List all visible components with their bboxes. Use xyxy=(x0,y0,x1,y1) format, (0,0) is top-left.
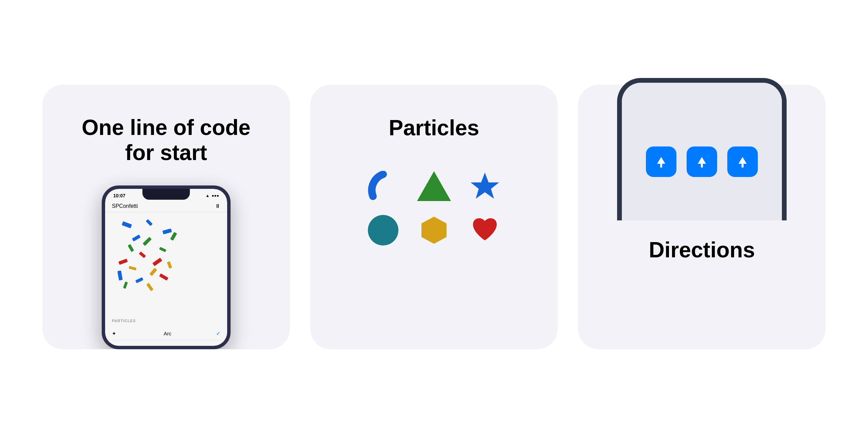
card-3-title: Directions xyxy=(649,237,755,262)
phone-top-inner xyxy=(622,83,782,220)
cards-container: One line of code for start 10:07 ▲ ●●● S… xyxy=(42,85,826,349)
svg-rect-2 xyxy=(660,163,662,167)
card-one-line-of-code: One line of code for start 10:07 ▲ ●●● S… xyxy=(42,85,290,349)
svg-marker-0 xyxy=(471,173,499,199)
particle-heart-item xyxy=(468,215,502,245)
particle-hexagon-item xyxy=(417,215,451,245)
particles-grid xyxy=(359,164,509,252)
direction-button-3[interactable] xyxy=(727,146,758,177)
phone-top-mockup xyxy=(617,78,787,220)
phone-nav-bar: SPConfetti ⏸ xyxy=(105,200,227,212)
phone-mockup: 10:07 ▲ ●●● SPConfetti ⏸ xyxy=(102,185,231,349)
up-arrow-icon-2 xyxy=(694,154,709,169)
phone-list-area: PARTICLES ✦ Arc ✓ xyxy=(105,313,227,346)
hexagon-shape xyxy=(419,215,449,245)
particle-triangle-item xyxy=(417,171,451,201)
heart-shape xyxy=(470,215,500,245)
card-2-title: Particles xyxy=(389,115,479,140)
circle-shape xyxy=(368,215,398,245)
particle-circle-item xyxy=(366,215,400,245)
triangle-shape xyxy=(417,171,451,201)
card-1-title: One line of code for start xyxy=(82,115,251,165)
star-shape xyxy=(470,171,500,201)
wifi-icon: ▲ xyxy=(205,193,210,198)
phone-screen: 10:07 ▲ ●●● SPConfetti ⏸ xyxy=(105,189,227,346)
phone-time: 10:07 xyxy=(113,193,125,198)
arc-checkmark: ✓ xyxy=(216,330,220,337)
arc-shape xyxy=(368,171,398,201)
phone-app-title: SPConfetti xyxy=(112,203,138,209)
card-directions: Directions xyxy=(578,85,826,349)
card-particles: Particles xyxy=(310,85,558,349)
svg-rect-3 xyxy=(701,163,703,167)
particle-star-item xyxy=(468,171,502,201)
svg-rect-4 xyxy=(742,163,744,167)
up-arrow-icon-3 xyxy=(735,154,750,169)
phone-pause-icon: ⏸ xyxy=(215,203,220,209)
phone-status-icons: ▲ ●●● xyxy=(205,193,219,198)
phone-list-item-arc: ✦ Arc ✓ xyxy=(112,327,220,340)
particle-arc-label: Arc xyxy=(164,331,172,336)
particle-arc-icon: ✦ xyxy=(112,331,116,337)
direction-button-1[interactable] xyxy=(646,146,676,177)
phone-list-label: PARTICLES xyxy=(112,319,220,323)
up-arrow-icon-1 xyxy=(654,154,669,169)
svg-marker-1 xyxy=(421,217,447,244)
particle-arc-item xyxy=(366,171,400,201)
direction-button-2[interactable] xyxy=(687,146,717,177)
signal-icon: ●●● xyxy=(212,193,219,198)
phone-notch xyxy=(142,189,190,200)
